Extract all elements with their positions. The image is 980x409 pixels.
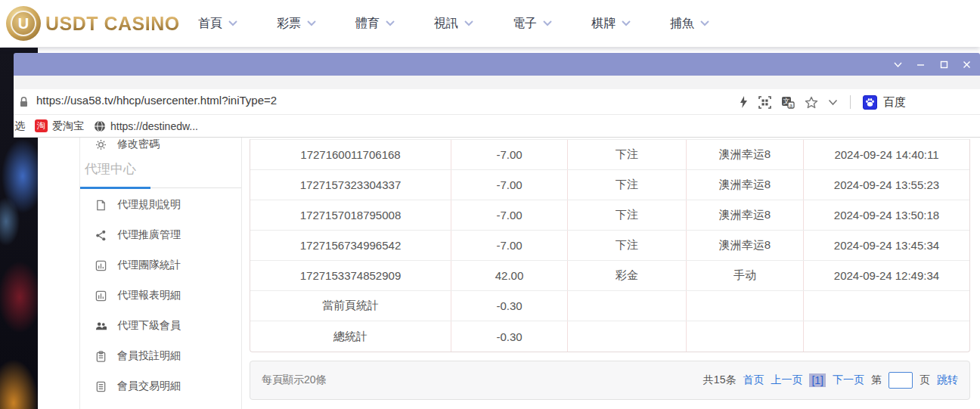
nav-label: 首頁: [198, 16, 222, 32]
table-footer: 每頁顯示20條 共15条 首页 上一页 [1] 下一页 第 页 跳转: [250, 361, 970, 400]
page-number-input[interactable]: [889, 372, 913, 389]
cell-empty: [687, 291, 804, 321]
qr-login-icon[interactable]: [758, 96, 771, 109]
cell-type: 彩金: [568, 261, 687, 290]
cell-amount: -7.00: [451, 231, 568, 260]
nav-label: 體育: [355, 16, 380, 32]
bookmark-star-icon[interactable]: [805, 96, 818, 109]
chevron-down-icon: [386, 20, 395, 26]
cell-type: 下注: [568, 170, 687, 200]
cell-game: 澳洲幸运8: [687, 200, 804, 230]
screen: U USDT CASINO 首頁 彩票 體育 視訊 電子: [0, 0, 980, 409]
cell-empty: [804, 291, 969, 321]
current-page-indicator: [1]: [809, 373, 826, 387]
sidebar-item-change-password[interactable]: 修改密碼: [95, 138, 160, 151]
cell-empty: [687, 321, 804, 352]
nav-item-boardgames[interactable]: 棋牌: [591, 16, 670, 32]
bookmark-item-xuan[interactable]: 选: [14, 119, 25, 133]
chevron-down-icon: [622, 20, 631, 26]
chevron-down-icon[interactable]: [828, 99, 838, 106]
cell-label: 當前頁統計: [250, 291, 451, 321]
window-titlebar[interactable]: [14, 53, 980, 76]
nav-item-video[interactable]: 視訊: [434, 16, 513, 32]
nav-item-fishing[interactable]: 捕魚: [670, 16, 749, 32]
sidebar-item-agent-sub-members[interactable]: 代理下級會員: [95, 319, 181, 333]
cell-order-id: 1727160011706168: [250, 140, 451, 169]
nav-label: 彩票: [277, 16, 301, 32]
cell-amount: -7.00: [451, 200, 568, 230]
chevron-down-icon: [700, 20, 709, 26]
translate-icon[interactable]: 文 a: [781, 96, 795, 109]
users-icon: [95, 321, 107, 332]
sidebar-item-member-bet-detail[interactable]: 會員投註明細: [95, 349, 181, 363]
address-bar[interactable]: https://usa58.tv/hhcp/usercenter.html?in…: [14, 89, 980, 115]
cell-label: 總統計: [250, 321, 451, 352]
sidebar-item-agent-promotion[interactable]: 代理推廣管理: [95, 228, 181, 242]
browser-toolbar-gap: [14, 76, 980, 89]
sidebar-item-agent-rules[interactable]: 代理規則說明: [95, 198, 181, 212]
search-engine-label: 百度: [883, 95, 906, 110]
chevron-down-icon: [307, 20, 316, 26]
cell-order-id: 1727157018795008: [250, 200, 451, 230]
first-page-link[interactable]: 首页: [743, 373, 764, 387]
sidebar-item-agent-team-stats[interactable]: 代理團隊統計: [95, 259, 181, 272]
close-icon[interactable]: [959, 56, 975, 73]
chevron-down-icon: [464, 20, 473, 26]
cell-amount: 42.00: [451, 261, 568, 290]
clipboard-icon: [95, 351, 107, 362]
baidu-paw-icon: [863, 95, 877, 110]
cell-empty: [568, 291, 687, 321]
search-engine-button[interactable]: 百度: [863, 95, 906, 110]
prev-page-link[interactable]: 上一页: [771, 373, 802, 387]
sidebar-item-label: 代理報表明細: [117, 289, 181, 302]
cell-time: 2024-09-24 14:40:11: [804, 140, 969, 169]
pagination: 共15条 首页 上一页 [1] 下一页 第 页 跳转: [703, 372, 958, 389]
minimize-icon[interactable]: [913, 56, 929, 73]
share-icon: [95, 230, 107, 241]
bookmark-item-destinedw[interactable]: https://destinedw...: [94, 120, 198, 132]
window-menu-chevron-icon[interactable]: [889, 56, 906, 73]
total-count-label: 共15条: [703, 373, 737, 387]
main-nav: 首頁 彩票 體育 視訊 電子 棋牌: [198, 0, 749, 47]
cell-type: 下注: [568, 140, 687, 169]
bookmarks-bar: 选 淘 爱淘宝 https://destinedw...: [14, 115, 980, 138]
window-controls: [882, 53, 980, 76]
cell-order-id: 1727153374852909: [250, 261, 451, 290]
sidebar-item-member-transaction-detail[interactable]: 會員交易明細: [95, 380, 181, 393]
table-row: 1727160011706168 -7.00 下注 澳洲幸运8 2024-09-…: [250, 140, 969, 170]
cell-amount: -7.00: [451, 140, 568, 169]
sidebar-item-agent-report-detail[interactable]: 代理報表明細: [95, 289, 181, 302]
casino-header: U USDT CASINO 首頁 彩票 體育 視訊 電子: [0, 0, 980, 47]
casino-logo[interactable]: U USDT CASINO: [6, 6, 180, 41]
document-icon: [95, 200, 107, 211]
next-page-link[interactable]: 下一页: [833, 373, 864, 387]
bar-chart-icon: [95, 260, 107, 271]
nav-item-sports[interactable]: 體育: [355, 16, 434, 32]
cell-amount: -0.30: [451, 291, 568, 321]
sidebar-item-label: 會員交易明細: [117, 380, 181, 393]
nav-item-home[interactable]: 首頁: [198, 16, 277, 32]
bookmark-label: 爱淘宝: [52, 119, 84, 133]
chevron-down-icon: [543, 20, 552, 26]
cell-time: 2024-09-24 13:50:18: [804, 200, 969, 230]
logo-letter: U: [11, 11, 36, 36]
svg-text:a: a: [789, 102, 792, 107]
jump-button[interactable]: 跳转: [937, 373, 958, 387]
section-divider-active: [80, 187, 150, 189]
url-text[interactable]: https://usa58.tv/hhcp/usercenter.html?in…: [36, 94, 277, 107]
divider: [850, 95, 851, 109]
table-row-page-total: 當前頁統計 -0.30: [250, 291, 969, 321]
cell-time: 2024-09-24 13:45:34: [804, 231, 969, 260]
table-row: 1727156734996542 -7.00 下注 澳洲幸运8 2024-09-…: [250, 231, 969, 261]
chevron-down-icon: [228, 20, 237, 26]
logo-text: USDT CASINO: [45, 13, 180, 35]
lightning-icon[interactable]: [739, 96, 749, 108]
nav-item-electronic[interactable]: 電子: [513, 16, 591, 32]
cell-time: 2024-09-24 12:49:34: [804, 261, 969, 290]
table-row: 1727157018795008 -7.00 下注 澳洲幸运8 2024-09-…: [250, 200, 969, 231]
maximize-icon[interactable]: [935, 56, 952, 73]
sidebar-item-label: 會員投註明細: [117, 349, 181, 363]
bar-chart-icon: [95, 290, 107, 302]
nav-item-lottery[interactable]: 彩票: [277, 16, 355, 32]
bookmark-item-taobao[interactable]: 淘 爱淘宝: [35, 119, 84, 133]
